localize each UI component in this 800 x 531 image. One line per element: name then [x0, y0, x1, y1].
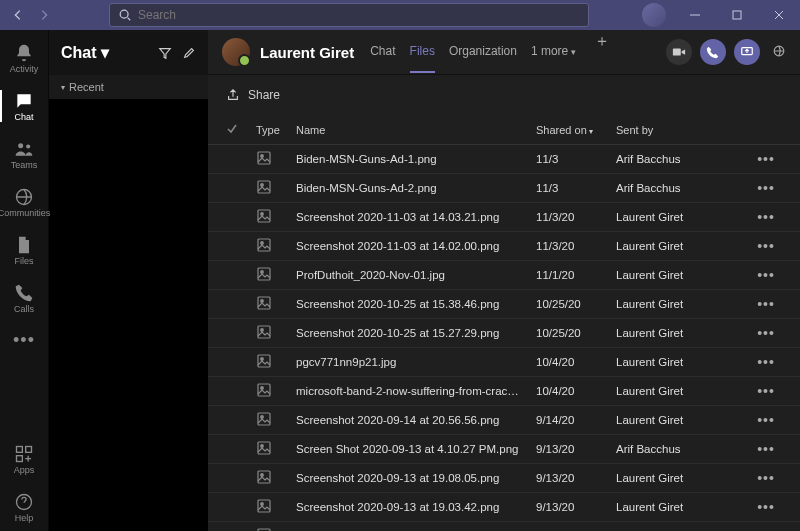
row-more-button[interactable]: ••• — [746, 151, 786, 167]
file-name-cell[interactable]: Screenshot 2020-11-03 at 14.03.21.png — [296, 211, 536, 223]
image-file-icon — [256, 469, 272, 485]
chat-section-recent[interactable]: ▾ Recent — [49, 75, 208, 99]
tab-more[interactable]: 1 more — [531, 31, 576, 73]
search-box[interactable] — [109, 3, 589, 27]
file-name-cell[interactable]: Biden-MSN-Guns-Ad-1.png — [296, 153, 536, 165]
compose-icon[interactable] — [182, 46, 196, 60]
svg-point-27 — [261, 358, 264, 361]
row-more-button[interactable]: ••• — [746, 209, 786, 225]
rail-label: Teams — [11, 160, 38, 170]
table-row[interactable]: microsoft-band-2-now-suffering-from-crac… — [208, 377, 800, 406]
tab-chat[interactable]: Chat — [370, 31, 395, 73]
col-shared-on[interactable]: Shared on — [536, 124, 616, 136]
table-row[interactable]: Biden-MSN-Guns-Ad-1.png11/3Arif Bacchus•… — [208, 145, 800, 174]
file-name-cell[interactable]: Screenshot 2020-11-03 at 14.02.00.png — [296, 240, 536, 252]
add-tab-button[interactable]: ＋ — [594, 31, 610, 73]
phone-icon — [14, 283, 34, 303]
image-file-icon — [256, 208, 272, 224]
rail-item-activity[interactable]: Activity — [0, 34, 48, 82]
row-more-button[interactable]: ••• — [746, 267, 786, 283]
table-row[interactable]: Screenshot 2020-11-03 at 14.02.00.png11/… — [208, 232, 800, 261]
popout-button[interactable] — [772, 44, 786, 61]
share-button[interactable]: Share — [248, 88, 280, 102]
shared-on-cell: 11/3 — [536, 182, 616, 194]
svg-point-29 — [261, 387, 264, 390]
file-name-cell[interactable]: microsoft-band-2-now-suffering-from-crac… — [296, 385, 536, 397]
nav-back-button[interactable] — [6, 3, 30, 27]
svg-rect-14 — [258, 181, 270, 193]
row-more-button[interactable]: ••• — [746, 296, 786, 312]
filter-icon[interactable] — [158, 46, 172, 60]
file-name-cell[interactable]: ProfDuthoit_2020-Nov-01.jpg — [296, 269, 536, 281]
tab-organization[interactable]: Organization — [449, 31, 517, 73]
svg-point-37 — [261, 503, 264, 506]
rail-item-files[interactable]: Files — [0, 226, 48, 274]
row-more-button[interactable]: ••• — [746, 238, 786, 254]
row-more-button[interactable]: ••• — [746, 412, 786, 428]
select-all-checkbox[interactable] — [226, 123, 256, 137]
shared-on-cell: 9/13/20 — [536, 501, 616, 513]
table-row[interactable]: Screenshot 2020-09-13 at 19.08.05.png9/1… — [208, 464, 800, 493]
row-more-button[interactable]: ••• — [746, 441, 786, 457]
window-maximize-button[interactable] — [716, 0, 758, 30]
table-row[interactable]: Screenshot 2020-10-25 at 15.38.46.png10/… — [208, 290, 800, 319]
user-avatar[interactable] — [642, 3, 666, 27]
file-name-cell[interactable]: Screenshot 2020-09-13 at 19.03.42.png — [296, 501, 536, 513]
search-input[interactable] — [138, 8, 580, 22]
rail-item-apps[interactable]: Apps — [0, 435, 48, 483]
tab-files[interactable]: Files — [410, 31, 435, 73]
rail-item-calls[interactable]: Calls — [0, 274, 48, 322]
table-row[interactable]: Screenshot 2020-09-14 at 20.56.56.png9/1… — [208, 406, 800, 435]
caret-icon: ▾ — [61, 83, 65, 92]
search-icon — [118, 8, 132, 22]
rail-item-help[interactable]: Help — [0, 483, 48, 531]
table-row[interactable]: Screenshot 2020-10-25 at 15.27.29.png10/… — [208, 319, 800, 348]
table-row[interactable]: pgcv771nn9p21.jpg10/4/20Laurent Giret••• — [208, 348, 800, 377]
row-more-button[interactable]: ••• — [746, 180, 786, 196]
table-row[interactable]: Screenshot 2020-09-13 at 18.52.04.png9/1… — [208, 522, 800, 531]
col-type[interactable]: Type — [256, 124, 296, 136]
nav-forward-button[interactable] — [32, 3, 56, 27]
row-more-button[interactable]: ••• — [746, 499, 786, 515]
row-more-button[interactable]: ••• — [746, 325, 786, 341]
chat-name: Laurent Giret — [260, 44, 354, 61]
video-call-button[interactable] — [666, 39, 692, 65]
shared-on-cell: 10/4/20 — [536, 385, 616, 397]
rail-label: Chat — [14, 112, 33, 122]
image-file-icon — [256, 527, 272, 531]
rail-item-teams[interactable]: Teams — [0, 130, 48, 178]
app-rail: Activity Chat Teams Communities Files Ca… — [0, 30, 48, 531]
window-close-button[interactable] — [758, 0, 800, 30]
chat-list-heading[interactable]: Chat — [61, 44, 97, 62]
table-row[interactable]: Screenshot 2020-11-03 at 14.03.21.png11/… — [208, 203, 800, 232]
svg-rect-34 — [258, 471, 270, 483]
col-name[interactable]: Name — [296, 124, 536, 136]
row-more-button[interactable]: ••• — [746, 470, 786, 486]
table-row[interactable]: Screenshot 2020-09-13 at 19.03.42.png9/1… — [208, 493, 800, 522]
file-name-cell[interactable]: Screen Shot 2020-09-13 at 4.10.27 PM.png — [296, 443, 536, 455]
row-more-button[interactable]: ••• — [746, 354, 786, 370]
svg-point-2 — [18, 143, 23, 148]
col-sent-by[interactable]: Sent by — [616, 124, 746, 136]
audio-call-button[interactable] — [700, 39, 726, 65]
file-name-cell[interactable]: Biden-MSN-Guns-Ad-2.png — [296, 182, 536, 194]
rail-overflow-button[interactable]: ••• — [13, 322, 35, 359]
chat-avatar[interactable] — [222, 38, 250, 66]
rail-item-chat[interactable]: Chat — [0, 82, 48, 130]
apps-icon — [14, 444, 34, 464]
chat-header: Laurent Giret Chat Files Organization 1 … — [208, 30, 800, 75]
file-name-cell[interactable]: Screenshot 2020-10-25 at 15.27.29.png — [296, 327, 536, 339]
table-row[interactable]: Biden-MSN-Guns-Ad-2.png11/3Arif Bacchus•… — [208, 174, 800, 203]
svg-point-21 — [261, 271, 264, 274]
file-name-cell[interactable]: Screenshot 2020-09-14 at 20.56.56.png — [296, 414, 536, 426]
svg-point-13 — [261, 155, 264, 158]
file-name-cell[interactable]: Screenshot 2020-09-13 at 19.08.05.png — [296, 472, 536, 484]
file-name-cell[interactable]: Screenshot 2020-10-25 at 15.38.46.png — [296, 298, 536, 310]
row-more-button[interactable]: ••• — [746, 383, 786, 399]
screen-share-button[interactable] — [734, 39, 760, 65]
table-row[interactable]: ProfDuthoit_2020-Nov-01.jpg11/1/20Lauren… — [208, 261, 800, 290]
window-minimize-button[interactable] — [674, 0, 716, 30]
rail-item-communities[interactable]: Communities — [0, 178, 48, 226]
file-name-cell[interactable]: pgcv771nn9p21.jpg — [296, 356, 536, 368]
table-row[interactable]: Screen Shot 2020-09-13 at 4.10.27 PM.png… — [208, 435, 800, 464]
